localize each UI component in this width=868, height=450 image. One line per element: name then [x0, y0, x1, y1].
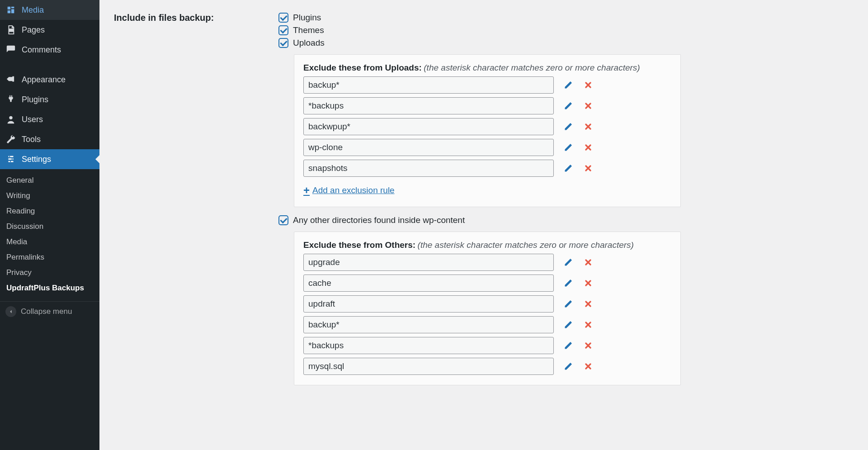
add-rule-label: Add an exclusion rule [312, 185, 395, 195]
others-rule-input[interactable] [303, 316, 554, 333]
uploads-checkbox[interactable] [278, 38, 288, 48]
sidebar-item-label: Appearance [22, 75, 66, 85]
add-exclusion-rule-link[interactable]: + Add an exclusion rule [303, 184, 395, 197]
uploads-exclude-title: Exclude these from Uploads: [303, 63, 422, 72]
others-rule-input[interactable] [303, 358, 554, 375]
sidebar-item-label: Comments [22, 45, 61, 55]
delete-icon[interactable] [583, 278, 594, 289]
submenu-privacy[interactable]: Privacy [0, 265, 99, 280]
submenu-reading[interactable]: Reading [0, 204, 99, 219]
themes-checkbox-label[interactable]: Themes [293, 25, 324, 35]
sidebar-item-users[interactable]: Users [0, 109, 99, 129]
delete-icon[interactable] [583, 121, 594, 132]
others-rule-input[interactable] [303, 275, 554, 292]
delete-icon[interactable] [583, 298, 594, 309]
plus-icon: + [303, 184, 310, 197]
plugins-checkbox[interactable] [278, 13, 288, 23]
settings-submenu: General Writing Reading Discussion Media… [0, 169, 99, 299]
themes-checkbox[interactable] [278, 25, 288, 35]
delete-icon[interactable] [583, 319, 594, 330]
collapse-icon [5, 306, 16, 317]
submenu-writing[interactable]: Writing [0, 188, 99, 204]
sidebar-item-comments[interactable]: Comments [0, 40, 99, 60]
svg-rect-3 [12, 158, 13, 160]
section-label: Include in files backup: [114, 13, 269, 23]
submenu-permalinks[interactable]: Permalinks [0, 250, 99, 265]
svg-rect-2 [9, 156, 10, 157]
submenu-general[interactable]: General [0, 173, 99, 188]
svg-point-0 [13, 7, 14, 8]
uploads-rule-input[interactable] [303, 139, 554, 156]
sidebar-item-label: Users [22, 115, 43, 124]
sidebar-item-plugins[interactable]: Plugins [0, 90, 99, 109]
sidebar-item-label: Pages [22, 25, 45, 35]
sidebar-item-media[interactable]: Media [0, 0, 99, 20]
collapse-menu-button[interactable]: Collapse menu [0, 301, 99, 322]
appearance-icon [5, 74, 16, 85]
others-checkbox[interactable] [278, 215, 288, 225]
edit-icon[interactable] [563, 80, 574, 90]
delete-icon[interactable] [583, 100, 594, 111]
delete-icon[interactable] [583, 340, 594, 351]
uploads-rule-input[interactable] [303, 97, 554, 114]
edit-icon[interactable] [563, 361, 574, 372]
others-checkbox-label[interactable]: Any other directories found inside wp-co… [293, 215, 465, 225]
uploads-rule-input[interactable] [303, 160, 554, 177]
delete-icon[interactable] [583, 142, 594, 153]
tools-icon [5, 134, 16, 145]
svg-point-1 [9, 116, 12, 119]
sidebar-item-label: Media [22, 5, 44, 15]
admin-sidebar: Media Pages Comments Appearance Plugins … [0, 0, 99, 450]
edit-icon[interactable] [563, 340, 574, 351]
sidebar-item-pages[interactable]: Pages [0, 20, 99, 40]
others-exclude-title: Exclude these from Others: [303, 240, 415, 250]
delete-icon[interactable] [583, 361, 594, 372]
others-rule-input[interactable] [303, 254, 554, 271]
edit-icon[interactable] [563, 121, 574, 132]
sidebar-item-label: Settings [22, 155, 51, 164]
edit-icon[interactable] [563, 278, 574, 289]
main-content: Include in files backup: Plugins Themes … [99, 0, 868, 450]
others-exclude-box: Exclude these from Others: (the asterisk… [294, 232, 681, 385]
collapse-label: Collapse menu [21, 307, 72, 316]
delete-icon[interactable] [583, 80, 594, 90]
delete-icon[interactable] [583, 163, 594, 174]
sidebar-item-tools[interactable]: Tools [0, 129, 99, 149]
users-icon [5, 114, 16, 125]
edit-icon[interactable] [563, 319, 574, 330]
sidebar-item-label: Tools [22, 135, 41, 144]
menu-separator [0, 60, 99, 70]
edit-icon[interactable] [563, 163, 574, 174]
uploads-exclude-box: Exclude these from Uploads: (the asteris… [294, 54, 681, 207]
edit-icon[interactable] [563, 100, 574, 111]
sidebar-item-label: Plugins [22, 95, 48, 104]
others-rule-input[interactable] [303, 337, 554, 354]
pages-icon [5, 24, 16, 35]
edit-icon[interactable] [563, 257, 574, 268]
svg-rect-4 [10, 161, 11, 162]
sidebar-item-settings[interactable]: Settings [0, 149, 99, 169]
sidebar-item-appearance[interactable]: Appearance [0, 70, 99, 90]
edit-icon[interactable] [563, 298, 574, 309]
delete-icon[interactable] [583, 257, 594, 268]
uploads-rule-input[interactable] [303, 118, 554, 135]
uploads-rule-input[interactable] [303, 76, 554, 94]
others-rule-input[interactable] [303, 295, 554, 313]
plugins-checkbox-label[interactable]: Plugins [293, 13, 321, 23]
uploads-exclude-hint: (the asterisk character matches zero or … [424, 63, 640, 72]
uploads-checkbox-label[interactable]: Uploads [293, 38, 325, 48]
plugins-icon [5, 94, 16, 105]
submenu-updraftplus[interactable]: UpdraftPlus Backups [0, 280, 99, 296]
submenu-media[interactable]: Media [0, 234, 99, 250]
comments-icon [5, 44, 16, 55]
settings-icon [5, 154, 16, 165]
edit-icon[interactable] [563, 142, 574, 153]
submenu-discussion[interactable]: Discussion [0, 219, 99, 234]
media-icon [5, 5, 16, 15]
others-exclude-hint: (the asterisk character matches zero or … [418, 240, 634, 250]
